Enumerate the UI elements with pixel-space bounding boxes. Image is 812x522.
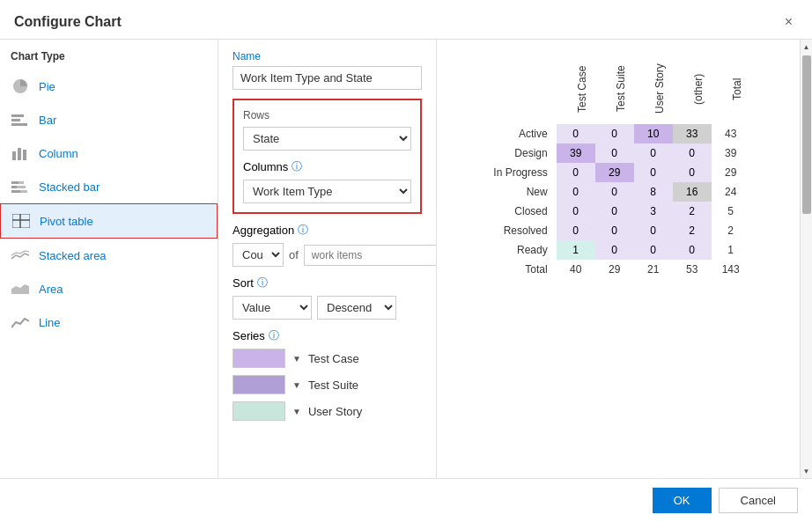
- chart-type-area-label: Area: [39, 283, 63, 296]
- total-3: 53: [673, 260, 712, 279]
- cell-ready-2: 0: [634, 240, 673, 260]
- chart-type-label: Chart Type: [0, 50, 218, 70]
- cell-active-0: 0: [557, 124, 595, 143]
- stacked-bar-icon: [11, 177, 30, 196]
- cell-resolved-0: 0: [557, 221, 595, 240]
- svg-rect-14: [12, 220, 20, 228]
- cell-design-1: 0: [595, 143, 634, 163]
- cell-ready-3: 0: [673, 240, 712, 260]
- columns-select[interactable]: Work Item Type: [243, 180, 411, 203]
- cell-new-1: 0: [595, 182, 634, 202]
- series-name-0: Test Case: [308, 352, 359, 365]
- sort-label-row: Sort ⓘ: [233, 276, 422, 290]
- scrollbar: ▲ ▼: [800, 40, 812, 478]
- sort-info-icon[interactable]: ⓘ: [257, 276, 268, 290]
- column-icon: [11, 143, 30, 163]
- svg-rect-5: [23, 150, 26, 160]
- rows-label: Rows: [243, 109, 411, 121]
- chart-type-column[interactable]: Column: [0, 136, 218, 170]
- series-color-1: [233, 375, 285, 394]
- close-button[interactable]: ×: [779, 12, 798, 32]
- rows-columns-section: Rows State Columns ⓘ Work Item Type: [233, 99, 422, 214]
- rows-select[interactable]: State: [243, 127, 411, 151]
- scroll-thumb[interactable]: [802, 55, 811, 214]
- cell-closed-2: 3: [634, 202, 673, 221]
- chart-type-pie[interactable]: Pie: [0, 70, 218, 103]
- row-label-active: Active: [486, 124, 556, 143]
- col-header-0: Test Case: [557, 54, 595, 124]
- columns-label: Columns: [243, 160, 288, 173]
- chart-type-stacked-area[interactable]: Stacked area: [0, 239, 218, 272]
- of-label: of: [289, 248, 299, 261]
- svg-rect-15: [20, 220, 30, 228]
- chart-type-area[interactable]: Area: [0, 272, 218, 305]
- chart-type-bar-label: Bar: [39, 114, 56, 127]
- cell-new-total: 24: [712, 182, 750, 202]
- series-name-1: Test Suite: [308, 379, 358, 392]
- row-label-design: Design: [486, 143, 556, 163]
- scroll-up-button[interactable]: ▲: [801, 40, 813, 54]
- cell-resolved-1: 0: [595, 221, 634, 240]
- svg-rect-0: [11, 114, 24, 117]
- work-items-input[interactable]: [304, 245, 437, 266]
- chart-type-bar[interactable]: Bar: [0, 103, 218, 136]
- row-label-new: New: [486, 182, 556, 202]
- row-label-closed: Closed: [486, 202, 556, 221]
- chart-type-line-label: Line: [39, 316, 61, 329]
- cell-closed-1: 0: [595, 202, 634, 221]
- svg-rect-12: [12, 214, 20, 220]
- series-chevron-0[interactable]: ▼: [292, 354, 301, 364]
- chart-type-stacked-bar[interactable]: Stacked bar: [0, 170, 218, 203]
- aggregation-info-icon[interactable]: ⓘ: [298, 223, 308, 238]
- cell-active-3: 33: [673, 124, 712, 143]
- cell-closed-total: 5: [712, 202, 750, 221]
- series-chevron-1[interactable]: ▼: [292, 380, 301, 390]
- sort-dir-select[interactable]: Descend: [317, 296, 396, 320]
- svg-rect-2: [11, 123, 27, 126]
- cell-design-total: 39: [712, 143, 750, 163]
- table-row: Design 39 0 0 0 39: [486, 143, 749, 163]
- total-0: 40: [557, 260, 595, 279]
- cell-design-2: 0: [634, 143, 673, 163]
- chart-type-column-label: Column: [39, 147, 78, 160]
- svg-rect-9: [17, 186, 26, 188]
- bar-icon: [11, 110, 30, 129]
- series-color-0: [233, 349, 285, 368]
- stacked-area-icon: [11, 246, 30, 265]
- dialog-header: Configure Chart ×: [0, 0, 812, 40]
- config-panel: Name Work Item Type and State Rows State…: [218, 40, 437, 478]
- cell-design-0: 39: [557, 143, 595, 163]
- cell-ip-0: 0: [557, 163, 595, 182]
- series-name-2: User Story: [308, 405, 362, 418]
- table-row: Ready 1 0 0 0 1: [486, 240, 749, 260]
- col-header-4: Total: [712, 54, 750, 124]
- name-value: Work Item Type and State: [233, 66, 422, 90]
- cell-new-3: 16: [673, 182, 712, 202]
- series-chevron-2[interactable]: ▼: [292, 407, 301, 416]
- cell-resolved-total: 2: [712, 221, 750, 240]
- cell-active-1: 0: [595, 124, 634, 143]
- scroll-track: [801, 54, 813, 464]
- svg-rect-4: [18, 148, 21, 160]
- aggregation-select[interactable]: Cou: [233, 243, 284, 267]
- svg-rect-8: [11, 186, 17, 188]
- series-info-icon[interactable]: ⓘ: [269, 328, 279, 343]
- sort-value-select[interactable]: Value: [233, 296, 312, 320]
- columns-info-icon[interactable]: ⓘ: [292, 159, 302, 174]
- cell-ready-total: 1: [712, 240, 750, 260]
- chart-type-line[interactable]: Line: [0, 305, 218, 339]
- cancel-button[interactable]: Cancel: [719, 488, 798, 513]
- series-label-row: Series ⓘ: [233, 328, 422, 343]
- svg-rect-1: [11, 119, 20, 121]
- chart-type-pivot-table[interactable]: Pivot table: [0, 203, 218, 239]
- ok-button[interactable]: OK: [653, 488, 712, 513]
- row-label-inprogress: In Progress: [486, 163, 556, 182]
- col-header-2: User Story: [634, 54, 673, 124]
- chart-type-pivot-label: Pivot table: [40, 215, 93, 228]
- chart-type-pie-label: Pie: [39, 80, 55, 93]
- aggregation-label-row: Aggregation ⓘ: [233, 223, 422, 238]
- cell-active-total: 43: [712, 124, 750, 143]
- svg-rect-10: [11, 190, 20, 193]
- scroll-down-button[interactable]: ▼: [801, 464, 813, 478]
- dialog-body: Chart Type Pie: [0, 40, 812, 478]
